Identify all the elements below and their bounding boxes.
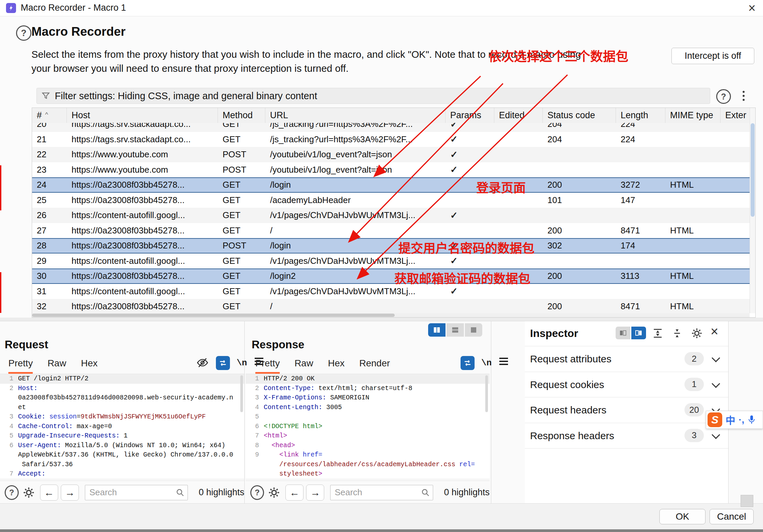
expand-all-icon[interactable] xyxy=(652,328,663,339)
cell-mime: HTML xyxy=(670,269,721,283)
inspector-section-request-attributes[interactable]: Request attributes2 xyxy=(525,346,728,372)
response-tab-hex[interactable]: Hex xyxy=(328,358,345,374)
request-tab-hex[interactable]: Hex xyxy=(81,358,98,374)
table-row[interactable]: 29https://content-autofill.googl...GET/v… xyxy=(32,253,750,269)
table-row[interactable]: 26https://content-autofill.googl...GET/v… xyxy=(32,208,750,223)
table-row[interactable]: 32https://0a23008f03bb45278...GET/200847… xyxy=(32,299,750,313)
macro-recorder-window: Macro Recorder - Macro 1 × ? Macro Recor… xyxy=(0,0,763,532)
microphone-icon[interactable] xyxy=(748,415,756,425)
table-row[interactable]: 23https://www.youtube.comPOST/youtubei/v… xyxy=(32,162,750,178)
column-header-length[interactable]: Length xyxy=(616,108,665,123)
help-icon[interactable]: ? xyxy=(5,485,19,500)
code-line: 2Content-Type: text/html; charset=utf-8 xyxy=(246,384,490,393)
response-tab-pretty[interactable]: Pretty xyxy=(255,358,280,374)
response-tabs: PrettyRawHexRender xyxy=(255,358,390,374)
column-header-url[interactable]: URL xyxy=(265,108,446,123)
table-row[interactable]: 27https://0a23008f03bb45278...GET/200847… xyxy=(32,223,750,238)
horizontal-scrollbar[interactable] xyxy=(32,313,750,317)
column-header-exter[interactable]: Exter xyxy=(721,108,750,123)
ok-button[interactable]: OK xyxy=(659,509,706,524)
table-row[interactable]: 22https://www.youtube.comPOST/youtubei/v… xyxy=(32,147,750,162)
table-row[interactable]: 28https://0a23008f03bb45278...POST/login… xyxy=(32,238,750,253)
layout-columns-button[interactable] xyxy=(428,323,446,337)
dock-left-button[interactable] xyxy=(616,327,630,339)
window-close-icon[interactable]: × xyxy=(748,1,756,15)
column-header-num[interactable]: #^ xyxy=(32,108,67,123)
request-search-input[interactable] xyxy=(85,485,188,500)
prev-match-button[interactable]: ← xyxy=(285,485,303,501)
chevron-down-icon[interactable] xyxy=(712,354,720,362)
gear-icon[interactable] xyxy=(23,487,35,499)
word-wrap-icon[interactable] xyxy=(216,356,230,370)
layout-single-button[interactable] xyxy=(465,323,482,337)
newline-toggle-icon[interactable]: \n xyxy=(481,358,492,368)
window-edge xyxy=(0,529,763,532)
request-tab-pretty[interactable]: Pretty xyxy=(8,358,33,374)
next-match-button[interactable]: → xyxy=(61,485,79,501)
inspector-section-request-headers[interactable]: Request headers20 xyxy=(525,397,728,423)
layout-rows-button[interactable] xyxy=(447,323,464,337)
cancel-button[interactable]: Cancel xyxy=(710,509,754,524)
table-row[interactable]: 25https://0a23008f03bb45278...GET/academ… xyxy=(32,193,750,208)
cell-host: https://0a23008f03bb45278... xyxy=(72,269,218,283)
column-header-method[interactable]: Method xyxy=(218,108,265,123)
filter-settings-label: Filter settings: Hiding CSS, image and g… xyxy=(55,91,317,102)
inspector-close-icon[interactable]: × xyxy=(711,324,718,339)
filter-settings-bar[interactable]: Filter settings: Hiding CSS, image and g… xyxy=(36,88,710,104)
request-tab-raw[interactable]: Raw xyxy=(47,358,66,374)
table-row[interactable]: 21https://tags.srv.stackadapt.co...GET/j… xyxy=(32,132,750,147)
chevron-down-icon[interactable] xyxy=(712,379,720,388)
column-header-host[interactable]: Host xyxy=(67,108,218,123)
ime-language-icon[interactable]: 中 xyxy=(726,413,735,427)
response-search-toolbar: ? ← → 0 highlights xyxy=(246,481,490,504)
response-tab-render[interactable]: Render xyxy=(359,358,390,374)
newline-toggle-icon[interactable]: \n xyxy=(237,358,247,368)
table-row[interactable]: 30https://0a23008f03bb45278...GET/login2… xyxy=(32,269,750,284)
cell-edited xyxy=(499,239,543,253)
chevron-down-icon[interactable] xyxy=(712,430,720,439)
request-editor[interactable]: 1GET /login2 HTTP/22Host:0a23008f03bb452… xyxy=(0,374,244,479)
response-tab-raw[interactable]: Raw xyxy=(294,358,313,374)
code-line: 2Host: xyxy=(0,384,244,393)
kebab-menu-icon[interactable] xyxy=(743,91,745,101)
filter-help-icon[interactable]: ? xyxy=(716,89,731,104)
ime-punctuation-icon[interactable]: ·, xyxy=(739,414,744,425)
cell-url: /v1/pages/ChVDaHJvbWUvMTM3Lj... xyxy=(270,208,446,223)
prev-match-button[interactable]: ← xyxy=(40,485,58,501)
intercept-toggle-button[interactable]: Intercept is off xyxy=(671,48,754,64)
table-row[interactable]: 20https://tags.srv.stackadapt.co...GET/j… xyxy=(32,123,750,132)
response-search-input[interactable] xyxy=(330,485,433,500)
column-header-params[interactable]: Params xyxy=(446,108,494,123)
code-line: 0a23008f03bb4527811d946d00820098.web-sec… xyxy=(0,393,244,403)
help-icon[interactable]: ? xyxy=(250,485,264,500)
help-icon[interactable]: ? xyxy=(16,25,31,41)
table-row[interactable]: 24https://0a23008f03bb45278...GET/login2… xyxy=(32,177,750,193)
hide-eye-icon[interactable] xyxy=(197,357,209,369)
gear-icon[interactable] xyxy=(691,328,703,339)
cell-method: GET xyxy=(223,284,265,299)
dock-right-button[interactable] xyxy=(631,327,646,339)
response-editor[interactable]: 1HTTP/2 200 OK2Content-Type: text/html; … xyxy=(246,374,490,479)
inspector-section-response-headers[interactable]: Response headers3 xyxy=(525,423,728,449)
request-editor-scrollbar[interactable] xyxy=(240,375,243,412)
sogou-logo-icon[interactable]: S xyxy=(708,412,722,427)
cell-method: GET xyxy=(223,223,265,238)
cell-host: https://content-autofill.googl... xyxy=(72,284,218,299)
word-wrap-icon[interactable] xyxy=(461,356,475,370)
collapse-all-icon[interactable] xyxy=(672,328,682,339)
vertical-scrollbar[interactable] xyxy=(750,108,755,313)
inspector-section-request-cookies[interactable]: Request cookies1 xyxy=(525,372,728,398)
response-menu-icon[interactable] xyxy=(499,361,508,362)
column-header-mime[interactable]: MIME type xyxy=(665,108,721,123)
gear-icon[interactable] xyxy=(268,487,280,499)
cell-length: 8471 xyxy=(621,299,665,313)
page-title: Macro Recorder xyxy=(31,25,126,39)
next-match-button[interactable]: → xyxy=(306,485,324,501)
response-editor-scrollbar[interactable] xyxy=(485,375,488,412)
cell-num: 24 xyxy=(37,178,67,192)
table-row[interactable]: 31https://content-autofill.googl...GET/v… xyxy=(32,284,750,299)
cell-exter xyxy=(725,132,750,147)
column-header-edited[interactable]: Edited xyxy=(494,108,543,123)
column-header-status[interactable]: Status code xyxy=(543,108,616,123)
checkmark-icon: ✓ xyxy=(450,240,458,251)
